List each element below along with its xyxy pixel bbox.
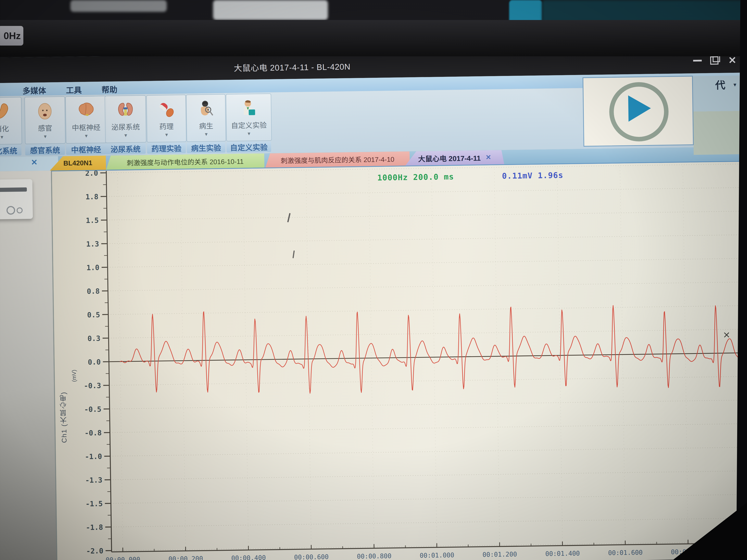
toolbar-group-pathophysiology-experiment[interactable]: 病生实验 [187, 142, 226, 153]
toolbar-button-pharmacology[interactable]: 药理 ▼ [146, 95, 186, 142]
toolbar-group-digestive-system[interactable]: 消化系统 [0, 145, 22, 156]
device-side-panel [0, 170, 56, 560]
device-knob [6, 206, 15, 215]
stomach-icon [0, 98, 11, 122]
background-equipment [213, 0, 328, 20]
chevron-down-icon: ▼ [247, 131, 251, 136]
bl420n-device-image [0, 179, 33, 219]
tab-label: BL420N1 [63, 159, 93, 167]
svg-text:-2.0: -2.0 [86, 547, 103, 555]
toolbar-group-pharmacology-experiment[interactable]: 药理实验 [147, 142, 186, 154]
svg-text:-0.8: -0.8 [84, 428, 102, 437]
researcher-icon [239, 94, 258, 118]
svg-text:00:01.200: 00:01.200 [483, 550, 517, 558]
chevron-down-icon: ▼ [43, 134, 47, 139]
svg-text:1.5: 1.5 [86, 216, 99, 224]
monitor-osd-0hz: 0Hz [0, 26, 23, 46]
toolbar-group-cns[interactable]: 中枢神经 [66, 144, 106, 155]
tab-label: 刺激强度与肌肉反应的关系 2017-4-10 [281, 154, 394, 165]
chevron-down-icon: ▼ [123, 133, 128, 138]
toolbar-button-label: 病生 [199, 120, 213, 131]
tab-stimulus-muscle-response[interactable]: 刺激强度与肌肉反应的关系 2017-4-10 [265, 151, 410, 167]
svg-text:00:01.400: 00:01.400 [545, 550, 580, 558]
window-title: 大鼠心电 2017-4-11 - BL-420N [208, 60, 377, 74]
pills-icon [156, 95, 176, 119]
svg-text:0.5: 0.5 [87, 311, 100, 319]
svg-text:2.0: 2.0 [85, 169, 98, 178]
toolbar-button-label: 消化 [0, 123, 9, 134]
toolbar-button-custom-experiment[interactable]: 自定义实验 ▼ [226, 94, 272, 141]
tab-bl420n1[interactable]: BL420N1 [50, 156, 106, 170]
tab-rat-ecg-active[interactable]: 大鼠心电 2017-4-11 ✕ [405, 150, 504, 165]
device-slot [0, 187, 27, 192]
chevron-down-icon: ▼ [732, 82, 737, 88]
tab-label: 大鼠心电 2017-4-11 [418, 152, 481, 163]
face-icon [35, 97, 54, 121]
panel-close-icon[interactable]: ✕ [31, 158, 37, 167]
svg-text:1.3: 1.3 [86, 240, 99, 248]
start-sampling-panel [583, 76, 694, 147]
photo-of-monitor: 0Hz 大鼠心电 2017-4-11 - BL-420N ✕ 网络 多媒体 工具… [0, 0, 747, 560]
svg-text:00:00.000: 00:00.000 [106, 556, 140, 560]
svg-text:-1.8: -1.8 [86, 523, 103, 532]
toolbar-button-sensory[interactable]: 感官 ▼ [24, 96, 66, 144]
tab-stimulus-action-potential[interactable]: 刺激强度与动作电位的关系 2016-10-11 [106, 153, 264, 170]
partial-toolbar-label: 代 [715, 77, 725, 92]
osd-label: 0Hz [4, 30, 21, 41]
plot-axes: 2.01.81.51.31.00.80.50.30.0-0.3-0.5-0.8-… [81, 161, 747, 560]
svg-text:00:00.200: 00:00.200 [169, 555, 203, 560]
tab-bar-left-section [0, 156, 58, 171]
svg-text:0.8: 0.8 [87, 287, 100, 295]
svg-text:00:00.800: 00:00.800 [357, 552, 391, 560]
toolbar-group-custom-experiment[interactable]: 自定义实验 [226, 141, 271, 153]
monitor-bezel-top [0, 20, 747, 56]
toolbar-button-label: 泌尿系统 [111, 121, 140, 132]
toolbar-button-urinary[interactable]: 泌尿系统 ▼ [105, 95, 146, 143]
toolbar-button-label: 自定义实验 [231, 119, 267, 130]
svg-text:-1.3: -1.3 [85, 476, 102, 484]
ecg-trace [120, 303, 747, 396]
svg-text:1.0: 1.0 [86, 263, 100, 272]
ecg-chart-panel: 1000Hz 200.0 ms 0.11mV 1.96s Ch1 (大鼠心电) … [51, 161, 747, 560]
brain-icon [76, 96, 96, 121]
svg-text:-1.0: -1.0 [85, 452, 102, 461]
toolbar-button-label: 中枢神经 [72, 122, 101, 132]
chevron-down-icon: ▼ [164, 132, 169, 138]
minimize-icon [693, 60, 702, 62]
menu-item-help[interactable]: 帮助 [102, 83, 118, 95]
chevron-down-icon: ▼ [0, 134, 4, 140]
toolbar-button-pathophysiology[interactable]: 病生 ▼ [186, 94, 226, 142]
restore-icon [710, 56, 719, 64]
ecg-plot[interactable]: 2.01.81.51.31.00.80.50.30.0-0.3-0.5-0.8-… [52, 161, 747, 560]
toolbar-button-digestion[interactable]: 消化 ▼ [0, 97, 22, 145]
svg-text:1.8: 1.8 [85, 192, 98, 201]
svg-text:-0.3: -0.3 [84, 381, 101, 390]
svg-text:00:01.600: 00:01.600 [608, 549, 643, 557]
menu-item-multimedia[interactable]: 多媒体 [22, 84, 46, 96]
menu-item-tools[interactable]: 工具 [66, 84, 82, 96]
chevron-down-icon: ▼ [204, 132, 208, 137]
tab-label: 刺激强度与动作电位的关系 2016-10-11 [127, 156, 244, 167]
patient-icon [197, 95, 215, 119]
svg-text:00:00.600: 00:00.600 [294, 553, 329, 560]
toolbar-button-label: 感官 [38, 123, 52, 133]
play-icon[interactable] [628, 95, 651, 122]
toolbar-button-label: 药理 [159, 121, 174, 131]
kidney-icon [115, 96, 136, 120]
toolbar-group-urinary-system[interactable]: 泌尿系统 [105, 143, 146, 154]
toolbar-group-sensory-system[interactable]: 感官系统 [25, 144, 65, 155]
svg-text:0.3: 0.3 [87, 334, 100, 343]
svg-text:00:01.000: 00:01.000 [420, 551, 454, 559]
svg-text:-1.5: -1.5 [85, 500, 103, 508]
tab-close-icon[interactable]: ✕ [485, 153, 491, 161]
device-knob [17, 207, 23, 214]
chevron-down-icon: ▼ [84, 133, 88, 139]
svg-text:-0.5: -0.5 [84, 405, 101, 414]
bl420n-app-window: 大鼠心电 2017-4-11 - BL-420N ✕ 网络 多媒体 工具 帮助 … [0, 47, 747, 560]
svg-text:0.0: 0.0 [88, 358, 101, 366]
background-equipment [70, 0, 167, 12]
toolbar-button-cns[interactable]: 中枢神经 ▼ [65, 96, 107, 143]
svg-text:00:00.400: 00:00.400 [231, 554, 266, 560]
toolbar-corner-panel: 代 ▼ [693, 75, 747, 155]
cursor-marker: × [723, 329, 730, 340]
